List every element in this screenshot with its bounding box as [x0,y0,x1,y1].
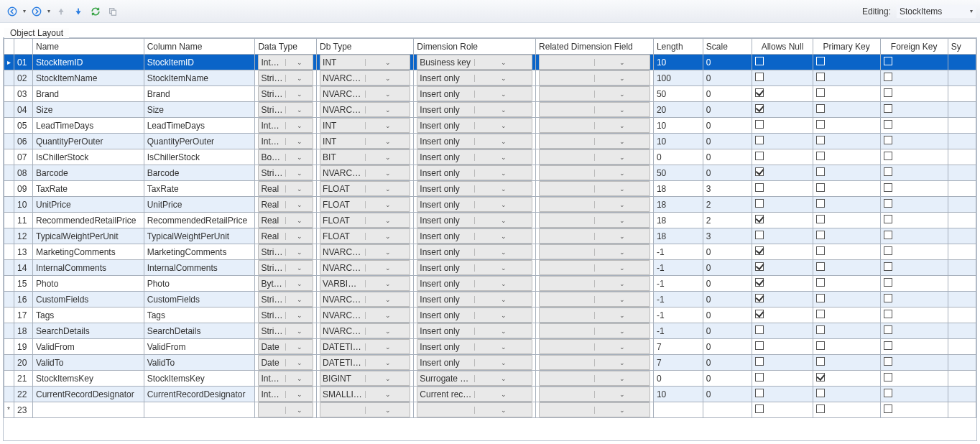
cell-sy[interactable] [948,213,976,228]
cell-foreign-key[interactable] [880,86,948,102]
cell-related-dimension-field[interactable]: ⌄ [536,387,654,402]
cell-length[interactable]: 7 [653,355,703,371]
cell-related-dimension-field[interactable]: ⌄ [536,323,654,339]
cell-db-type[interactable]: FLOAT⌄ [317,213,414,228]
cell-sy[interactable] [948,149,976,165]
cell-db-type[interactable]: NVARCHAR⌄ [317,165,414,181]
cell-sy[interactable] [948,402,976,418]
cell-length[interactable]: 10 [653,118,703,134]
table-row[interactable]: 07IsChillerStockIsChillerStockBoolean⌄BI… [4,149,976,165]
table-row[interactable]: 02StockItemNameStockItemNameString⌄NVARC… [4,70,976,86]
cell-allows-null[interactable] [752,402,813,418]
col-primary-key[interactable]: Primary Key [813,39,880,55]
cell-name[interactable]: UnitPrice [33,197,144,213]
cell-column-name[interactable]: UnitPrice [144,197,255,213]
cell-primary-key[interactable] [813,307,880,323]
cell-data-type[interactable]: String⌄ [255,244,317,260]
cell-scale[interactable]: 3 [703,228,752,244]
cell-foreign-key[interactable] [880,339,948,355]
cell-column-name[interactable]: CurrentRecordDesignator [144,387,255,402]
cell-foreign-key[interactable] [880,276,948,292]
cell-column-name[interactable]: Tags [144,307,255,323]
cell-primary-key[interactable] [813,260,880,276]
col-allows-null[interactable]: Allows Null [752,39,813,55]
cell-allows-null[interactable] [752,165,813,181]
cell-sy[interactable] [948,55,976,70]
col-column-name[interactable]: Column Name [144,39,255,55]
col-foreign-key[interactable]: Foreign Key [880,39,948,55]
cell-data-type[interactable]: Integer⌄ [255,371,317,387]
cell-name[interactable]: StockItemName [33,70,144,86]
cell-dimension-role[interactable]: ⌄ [414,402,536,418]
cell-scale[interactable]: 0 [703,134,752,149]
cell-name[interactable]: IsChillerStock [33,149,144,165]
cell-related-dimension-field[interactable]: ⌄ [536,355,654,371]
cell-db-type[interactable]: FLOAT⌄ [317,197,414,213]
cell-name[interactable]: CurrentRecordDesignator [33,387,144,402]
col-related-dimension-field[interactable]: Related Dimension Field [536,39,654,55]
cell-column-name[interactable]: TypicalWeightPerUnit [144,228,255,244]
cell-dimension-role[interactable]: Insert only⌄ [414,181,536,197]
cell-column-name[interactable]: LeadTimeDays [144,118,255,134]
cell-foreign-key[interactable] [880,165,948,181]
cell-length[interactable]: -1 [653,307,703,323]
cell-db-type[interactable]: BIT⌄ [317,149,414,165]
cell-related-dimension-field[interactable]: ⌄ [536,244,654,260]
cell-dimension-role[interactable]: Insert only⌄ [414,134,536,149]
cell-dimension-role[interactable]: Insert only⌄ [414,118,536,134]
cell-related-dimension-field[interactable]: ⌄ [536,402,654,418]
cell-related-dimension-field[interactable]: ⌄ [536,118,654,134]
cell-scale[interactable]: 0 [703,102,752,118]
cell-data-type[interactable]: ⌄ [255,402,317,418]
cell-name[interactable]: InternalComments [33,260,144,276]
cell-db-type[interactable]: ⌄ [317,402,414,418]
cell-primary-key[interactable] [813,70,880,86]
cell-sy[interactable] [948,134,976,149]
cell-scale[interactable]: 2 [703,197,752,213]
cell-primary-key[interactable] [813,165,880,181]
cell-name[interactable]: QuantityPerOuter [33,134,144,149]
table-row[interactable]: 14InternalCommentsInternalCommentsString… [4,260,976,276]
cell-length[interactable]: 10 [653,55,703,70]
cell-allows-null[interactable] [752,134,813,149]
cell-name[interactable]: StockItemID [33,55,144,70]
cell-db-type[interactable]: BIGINT⌄ [317,371,414,387]
cell-primary-key[interactable] [813,339,880,355]
cell-scale[interactable]: 0 [703,86,752,102]
cell-primary-key[interactable] [813,55,880,70]
cell-column-name[interactable]: IsChillerStock [144,149,255,165]
cell-sy[interactable] [948,307,976,323]
cell-primary-key[interactable] [813,355,880,371]
cell-primary-key[interactable] [813,149,880,165]
cell-name[interactable]: RecommendedRetailPrice [33,213,144,228]
cell-foreign-key[interactable] [880,292,948,307]
cell-primary-key[interactable] [813,228,880,244]
cell-dimension-role[interactable]: Insert only⌄ [414,86,536,102]
cell-column-name[interactable]: StockItemsKey [144,371,255,387]
cell-length[interactable]: 20 [653,102,703,118]
object-layout-grid[interactable]: Name Column Name Data Type Db Type Dimen… [4,38,976,418]
cell-length[interactable] [653,402,703,418]
cell-length[interactable]: 100 [653,70,703,86]
cell-db-type[interactable]: NVARCHAR(MAX)⌄ [317,260,414,276]
col-db-type[interactable]: Db Type [317,39,414,55]
table-row[interactable]: 09TaxRateTaxRateReal⌄FLOAT⌄Insert only⌄⌄… [4,181,976,197]
cell-column-name[interactable]: StockItemID [144,55,255,70]
cell-primary-key[interactable] [813,387,880,402]
cell-related-dimension-field[interactable]: ⌄ [536,181,654,197]
cell-length[interactable]: 18 [653,197,703,213]
cell-sy[interactable] [948,339,976,355]
cell-dimension-role[interactable]: Insert only⌄ [414,292,536,307]
cell-related-dimension-field[interactable]: ⌄ [536,213,654,228]
cell-data-type[interactable]: Integer⌄ [255,118,317,134]
cell-foreign-key[interactable] [880,149,948,165]
cell-sy[interactable] [948,323,976,339]
cell-allows-null[interactable] [752,228,813,244]
table-row[interactable]: 17TagsTagsString⌄NVARCHAR(MAX)⌄Insert on… [4,307,976,323]
table-row[interactable]: 10UnitPriceUnitPriceReal⌄FLOAT⌄Insert on… [4,197,976,213]
cell-length[interactable]: -1 [653,276,703,292]
cell-sy[interactable] [948,228,976,244]
cell-foreign-key[interactable] [880,181,948,197]
cell-length[interactable]: -1 [653,260,703,276]
cell-related-dimension-field[interactable]: ⌄ [536,228,654,244]
